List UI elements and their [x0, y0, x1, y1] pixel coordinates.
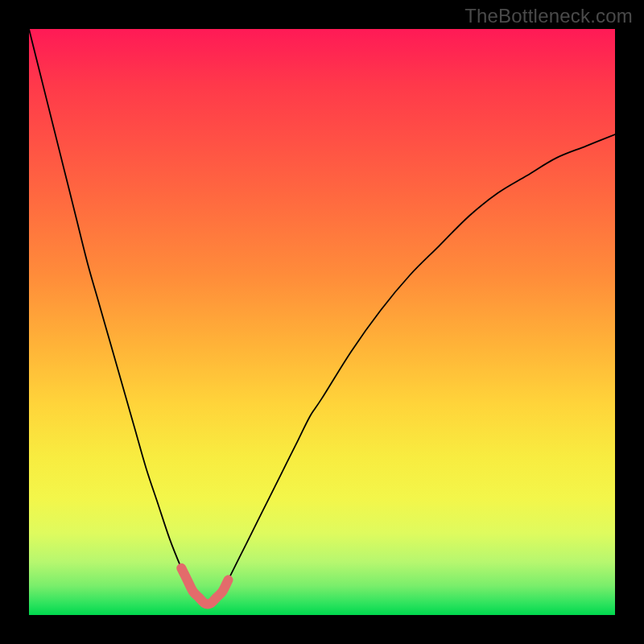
gradient-background [29, 29, 615, 615]
watermark-text: TheBottleneck.com [464, 5, 633, 27]
plot-area [29, 29, 615, 615]
chart-frame: TheBottleneck.com [0, 0, 644, 644]
